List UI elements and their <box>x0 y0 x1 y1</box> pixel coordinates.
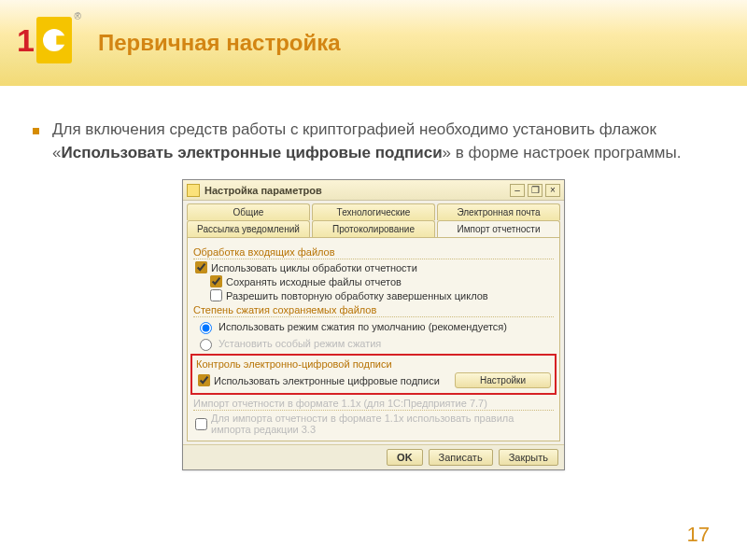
tab-logging[interactable]: Протоколирование <box>312 220 435 237</box>
chk-use-signatures-input[interactable] <box>198 374 210 386</box>
chk-use-cycles-label: Использовать циклы обработки отчетности <box>211 262 417 273</box>
settings-window: Настройка параметров – ❐ × Общие Техноло… <box>182 179 565 470</box>
tab-import-reporting[interactable]: Импорт отчетности <box>437 220 560 237</box>
tab-panel: Обработка входящих файлов Использовать ц… <box>187 237 560 441</box>
chk-use-signatures-label: Использовать электронные цифровые подпис… <box>214 375 440 386</box>
chk-import11x-input[interactable] <box>195 418 207 430</box>
maximize-button[interactable]: ❐ <box>528 184 543 197</box>
chk-use-cycles-input[interactable] <box>195 261 207 273</box>
tab-technological[interactable]: Технологические <box>312 203 435 220</box>
minimize-button[interactable]: – <box>510 184 525 197</box>
radio-custom-compression-input[interactable] <box>200 339 212 351</box>
chk-save-source-label: Сохранять исходные файлы отчетов <box>226 276 402 287</box>
radio-default-compression[interactable]: Использовать режим сжатия по умолчанию (… <box>195 319 554 334</box>
button-bar: OK Записать Закрыть <box>183 444 564 469</box>
chk-allow-repeat-label: Разрешить повторную обработку завершенны… <box>226 290 488 301</box>
tab-general[interactable]: Общие <box>187 203 310 220</box>
group-compression-title: Степень сжатия сохраняемых файлов <box>193 304 554 317</box>
chk-allow-repeat-input[interactable] <box>210 289 222 301</box>
page-number: 17 <box>687 523 710 547</box>
ok-button[interactable]: OK <box>387 449 423 466</box>
window-title: Настройка параметров <box>204 185 510 196</box>
group-signature-title: Контроль электронно-цифровой подписи <box>196 358 551 371</box>
chk-save-source[interactable]: Сохранять исходные файлы отчетов <box>210 275 554 287</box>
logo: 1 ® <box>17 7 82 73</box>
radio-default-compression-input[interactable] <box>200 322 212 334</box>
chk-save-source-input[interactable] <box>210 275 222 287</box>
chk-import11x-label: Для импорта отчетности в формате 1.1х ис… <box>211 413 554 435</box>
window-close-button[interactable]: × <box>545 184 560 197</box>
close-button[interactable]: Закрыть <box>499 449 558 466</box>
signature-settings-button[interactable]: Настройки <box>455 372 551 388</box>
highlight-box: Контроль электронно-цифровой подписи Исп… <box>190 354 557 395</box>
titlebar: Настройка параметров – ❐ × <box>183 180 564 201</box>
group-import11x-title: Импорт отчетности в формате 1.1х (для 1С… <box>193 398 554 411</box>
radio-default-compression-label: Использовать режим сжатия по умолчанию (… <box>218 321 507 332</box>
tab-notifications[interactable]: Рассылка уведомлений <box>187 220 310 237</box>
tab-email[interactable]: Электронная почта <box>437 203 560 220</box>
bullet-icon <box>33 128 39 134</box>
save-button[interactable]: Записать <box>429 449 493 466</box>
group-incoming-title: Обработка входящих файлов <box>193 246 554 259</box>
chk-use-cycles[interactable]: Использовать циклы обработки отчетности <box>195 261 554 273</box>
radio-custom-compression[interactable]: Установить особый режим сжатия <box>195 336 554 351</box>
chk-import11x[interactable]: Для импорта отчетности в формате 1.1х ис… <box>195 413 554 435</box>
page-title: Первичная настройка <box>98 30 341 56</box>
bullet-text: Для включения средств работы с криптогра… <box>52 119 714 164</box>
radio-custom-compression-label: Установить особый режим сжатия <box>218 338 381 349</box>
chk-allow-repeat[interactable]: Разрешить повторную обработку завершенны… <box>210 289 554 301</box>
app-icon <box>187 184 200 197</box>
